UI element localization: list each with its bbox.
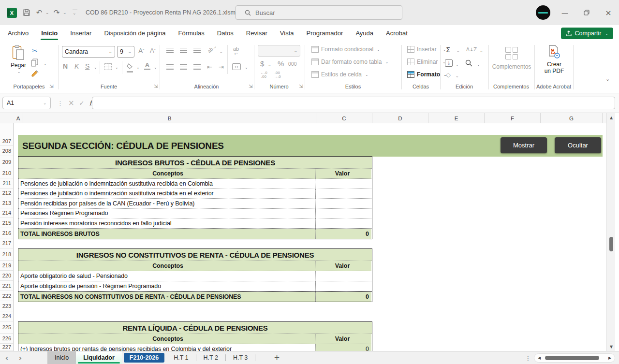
vertical-scrollbar[interactable]: ▲ ▼	[606, 113, 615, 351]
account-avatar[interactable]	[536, 5, 550, 20]
cell-concepto[interactable]: Pensiones de jubilación o indemnización …	[18, 179, 315, 189]
undo-chevron-icon[interactable]: ⌄	[45, 10, 50, 15]
shrink-font-icon[interactable]: Aˇ	[150, 47, 156, 54]
alignment-dialog-launcher-icon[interactable]: ⇲	[249, 84, 252, 89]
format-painter-icon[interactable]	[31, 70, 39, 78]
mostrar-button[interactable]: Mostrar	[501, 137, 547, 153]
ribbon-tab-disposici-n-de-p-gina[interactable]: Disposición de página	[98, 25, 172, 41]
italic-button[interactable]: K	[74, 62, 79, 70]
sheet-tab-inicio[interactable]: Inicio	[47, 351, 76, 364]
scroll-left-icon[interactable]: ◀	[535, 354, 543, 362]
borders-chevron-icon[interactable]: ⌄	[115, 65, 118, 70]
sheet-tab-liquidador[interactable]: Liquidador	[76, 351, 122, 364]
row-header-223[interactable]: 223	[0, 301, 13, 311]
fill-down-chevron-icon[interactable]: ⌄	[456, 62, 459, 67]
align-center-icon[interactable]	[180, 64, 187, 70]
increase-decimal-icon[interactable]: ←.0.00	[260, 71, 267, 79]
increase-indent-icon[interactable]: ⇥	[219, 63, 224, 71]
sheet-tab-h-t-3[interactable]: H.T 3	[226, 351, 255, 364]
cell-valor[interactable]: 0	[315, 344, 371, 351]
row-header-207[interactable]: 207	[0, 137, 13, 146]
cell-valor[interactable]	[315, 271, 371, 281]
ribbon-tab-archivo[interactable]: Archivo	[0, 25, 35, 41]
row-header-210[interactable]: 210	[0, 168, 13, 178]
orientation-icon[interactable]: ab→	[206, 44, 218, 54]
currency-icon[interactable]: $	[260, 59, 264, 68]
share-button[interactable]: Compartir ⌄	[561, 28, 613, 39]
row-header-226[interactable]: 226	[0, 334, 13, 344]
cell-concepto[interactable]: Aporte obligatorio de salud - Pensionado	[18, 271, 315, 281]
minimize-button[interactable]: —	[554, 0, 575, 25]
merge-chevron-icon[interactable]: ⌄	[245, 65, 248, 70]
grow-font-icon[interactable]: Aˆ	[138, 47, 144, 55]
column-header-F[interactable]: F	[485, 113, 541, 123]
align-right-icon[interactable]	[193, 64, 201, 70]
qat-customize-icon[interactable]: ⌄	[73, 10, 77, 15]
ribbon-tab-vista[interactable]: Vista	[274, 25, 300, 41]
copy-chevron-icon[interactable]: ⌄	[44, 61, 47, 66]
font-size-select[interactable]: 9⌄	[117, 46, 134, 58]
row-header-213[interactable]: 213	[0, 198, 13, 208]
cell-valor[interactable]	[315, 179, 371, 189]
scroll-up-icon[interactable]: ▲	[607, 114, 616, 121]
cell-valor[interactable]	[315, 199, 371, 209]
ribbon-tab-acrobat[interactable]: Acrobat	[380, 25, 414, 41]
ribbon-tab-f-rmulas[interactable]: Fórmulas	[172, 25, 211, 41]
ribbon-tab-ayuda[interactable]: Ayuda	[349, 25, 380, 41]
cell-styles-button[interactable]: Estilos de celda⌄	[311, 71, 368, 78]
paste-button[interactable]: Pegar ⌄	[8, 45, 29, 74]
sheet-canvas[interactable]: SEGUNDA SECCIÓN: CÉDULA DE PENSIONES Mos…	[14, 123, 606, 351]
autosum-icon[interactable]: Σ	[446, 46, 450, 54]
scroll-right-icon[interactable]: ▶	[606, 354, 614, 362]
row-header-212[interactable]: 212	[0, 189, 13, 199]
sheet-nav-left-icon[interactable]: ‹	[0, 351, 14, 364]
column-header-A[interactable]: A	[14, 113, 23, 123]
enter-icon[interactable]: ✓	[79, 100, 85, 107]
font-name-select[interactable]: Candara⌄	[62, 46, 115, 58]
comma-style-icon[interactable]: 000	[288, 61, 297, 67]
column-header-C[interactable]: C	[316, 113, 372, 123]
sheet-nav-right-icon[interactable]: ›	[14, 351, 27, 364]
decrease-indent-icon[interactable]: ⇤	[207, 63, 212, 71]
ribbon-tab-insertar[interactable]: Insertar	[64, 25, 98, 41]
align-bottom-icon[interactable]	[193, 48, 201, 54]
font-dialog-launcher-icon[interactable]: ⇲	[154, 84, 158, 89]
horizontal-scroll-thumb[interactable]	[545, 356, 599, 360]
sheet-tab-h-t-2[interactable]: H.T 2	[196, 351, 225, 364]
restore-button[interactable]	[576, 0, 597, 25]
row-header-224[interactable]: 224	[0, 311, 13, 321]
conditional-formatting-button[interactable]: Formato condicional⌄	[311, 46, 380, 53]
formula-input[interactable]	[92, 97, 615, 109]
borders-icon[interactable]	[104, 63, 112, 70]
horizontal-scrollbar[interactable]: ◀ ▶	[534, 353, 615, 363]
underline-chevron-icon[interactable]: ⌄	[94, 65, 97, 70]
cancel-icon[interactable]: ×	[68, 99, 74, 107]
tabbar-dots-icon[interactable]: ⋮	[525, 351, 531, 364]
ribbon-tab-datos[interactable]: Datos	[211, 25, 240, 41]
save-icon[interactable]	[20, 6, 33, 19]
scroll-down-icon[interactable]: ▼	[607, 343, 616, 350]
redo-chevron-icon[interactable]: ⌄	[63, 10, 68, 15]
column-header-E[interactable]: E	[428, 113, 485, 123]
sheet-tab-f210-2026[interactable]: F210-2026	[124, 353, 164, 363]
row-header-221[interactable]: 221	[0, 281, 13, 291]
font-color-icon[interactable]: A	[144, 61, 150, 70]
close-button[interactable]: ×	[598, 0, 619, 25]
row-header-225[interactable]: 225	[0, 321, 13, 334]
merge-center-icon[interactable]: ↔	[232, 63, 241, 70]
percent-icon[interactable]: %	[278, 59, 284, 68]
sheet-tab-h-t-1[interactable]: H.T 1	[166, 351, 195, 364]
orientation-chevron-icon[interactable]: ⌄	[220, 50, 223, 54]
new-sheet-button[interactable]: +	[267, 351, 287, 364]
addins-button[interactable]: Complementos	[494, 47, 529, 70]
undo-icon[interactable]: ↶	[33, 6, 45, 19]
cell-valor[interactable]	[315, 209, 371, 219]
number-format-select[interactable]: ⌄	[258, 45, 300, 57]
align-middle-icon[interactable]	[180, 48, 187, 54]
ocultar-button[interactable]: Ocultar	[555, 137, 601, 153]
column-header-D[interactable]: D	[372, 113, 428, 123]
currency-chevron-icon[interactable]: ⌄	[268, 63, 271, 67]
name-box[interactable]: A1 ⌄	[2, 97, 51, 109]
decrease-decimal-icon[interactable]: .00→.0	[274, 71, 281, 79]
clear-chevron-icon[interactable]: ⌄	[456, 74, 459, 78]
